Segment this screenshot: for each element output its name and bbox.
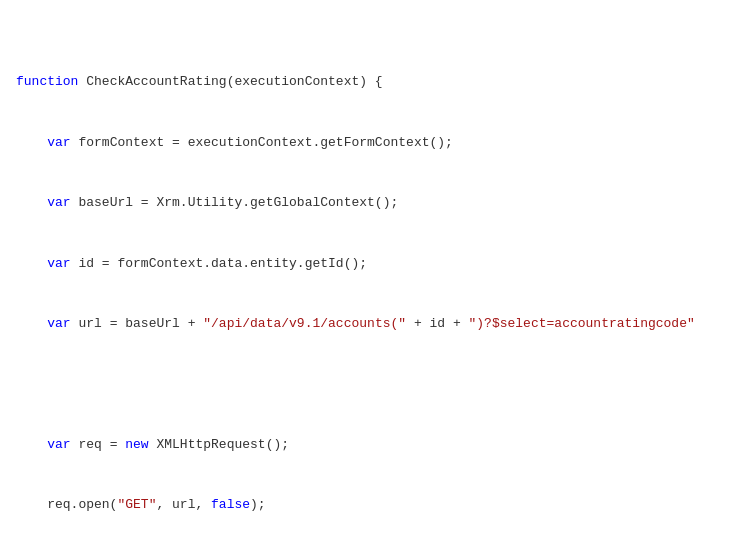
plain [16, 195, 47, 210]
string-api-path: "/api/data/v9.1/accounts(" [203, 316, 406, 331]
plain [16, 316, 47, 331]
plain: , url, [156, 497, 211, 512]
plain: id = formContext.data.entity.getId(); [71, 256, 367, 271]
plain: req = [71, 437, 126, 452]
line-7: var req = new XMLHttpRequest(); [16, 435, 713, 455]
plain: formContext = executionContext.getFormCo… [71, 135, 453, 150]
keyword-function: function [16, 74, 78, 89]
keyword-var: var [47, 316, 70, 331]
plain: ); [250, 497, 266, 512]
line-1: function CheckAccountRating(executionCon… [16, 72, 713, 92]
keyword-false: false [211, 497, 250, 512]
plain: CheckAccountRating(executionContext) { [78, 74, 382, 89]
code-container: function CheckAccountRating(executionCon… [0, 0, 729, 543]
plain [16, 256, 47, 271]
keyword-var: var [47, 195, 70, 210]
keyword-var: var [47, 135, 70, 150]
keyword-var: var [47, 437, 70, 452]
plain: + id + [406, 316, 468, 331]
keyword-var: var [47, 256, 70, 271]
keyword-new: new [125, 437, 148, 452]
line-3: var baseUrl = Xrm.Utility.getGlobalConte… [16, 193, 713, 213]
code-block: function CheckAccountRating(executionCon… [16, 12, 713, 543]
plain: baseUrl = Xrm.Utility.getGlobalContext()… [71, 195, 399, 210]
plain: url = baseUrl + [71, 316, 204, 331]
plain: XMLHttpRequest(); [149, 437, 289, 452]
string-select: ")?$select=accountratingcode" [469, 316, 695, 331]
line-2: var formContext = executionContext.getFo… [16, 133, 713, 153]
plain [16, 135, 47, 150]
line-8: req.open("GET", url, false); [16, 495, 713, 515]
plain: req.open( [16, 497, 117, 512]
line-4: var id = formContext.data.entity.getId()… [16, 254, 713, 274]
plain [16, 437, 47, 452]
line-5: var url = baseUrl + "/api/data/v9.1/acco… [16, 314, 713, 334]
line-6 [16, 375, 713, 395]
string-get: "GET" [117, 497, 156, 512]
